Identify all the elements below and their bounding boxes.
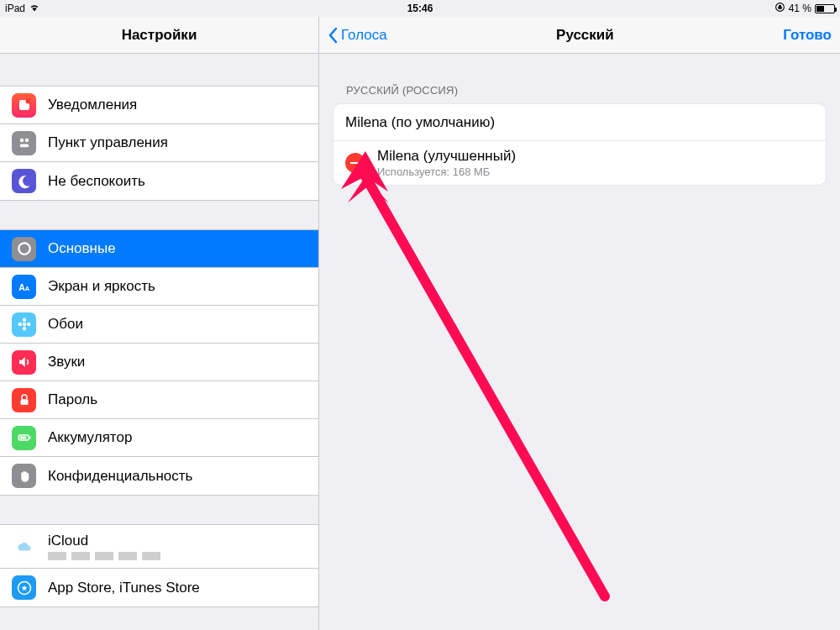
voice-name: Milena (улучшенный) <box>377 148 516 165</box>
sidebar-item-label: Пункт управления <box>48 134 168 151</box>
section-header: РУССКИЙ (РОССИЯ) <box>319 54 840 103</box>
sidebar-item-notifications[interactable]: Уведомления <box>0 87 318 124</box>
battery-percent: 41 % <box>789 3 811 14</box>
chevron-left-icon <box>328 27 338 44</box>
svg-point-7 <box>22 247 26 251</box>
sidebar-item-dnd[interactable]: Не беспокоить <box>0 162 318 200</box>
sidebar-group-1: Уведомления Пункт управления Не беспокои… <box>0 86 318 201</box>
back-button[interactable]: Голоса <box>328 27 387 44</box>
notifications-icon <box>12 93 36 118</box>
sidebar-item-label: Аккумулятор <box>48 429 132 446</box>
icloud-account-redacted <box>48 552 165 560</box>
lock-icon <box>12 388 36 412</box>
sidebar-item-label: Конфиденциальность <box>48 468 192 485</box>
svg-point-14 <box>27 323 31 327</box>
back-label: Голоса <box>341 27 387 44</box>
settings-sidebar: Настройки Уведомления Пункт управления Н… <box>0 17 319 630</box>
sidebar-item-label: Звуки <box>48 354 85 370</box>
svg-point-10 <box>22 323 26 327</box>
svg-point-3 <box>19 139 24 143</box>
control-center-icon <box>12 131 36 155</box>
minus-icon <box>350 162 360 164</box>
sidebar-item-display[interactable]: AA Экран и яркость <box>0 268 318 306</box>
svg-rect-17 <box>29 437 31 439</box>
sidebar-item-label: Не беспокоить <box>48 173 145 190</box>
sidebar-group-3: iCloud App Store, iTunes Store <box>0 524 318 607</box>
sidebar-item-battery[interactable]: Аккумулятор <box>0 419 318 457</box>
svg-point-11 <box>22 318 26 323</box>
gear-icon <box>12 237 36 261</box>
voice-row-default[interactable]: Milena (по умолчанию) <box>333 104 826 141</box>
svg-rect-18 <box>19 437 26 439</box>
page-title: Русский <box>556 27 614 44</box>
cloud-icon <box>12 534 36 559</box>
speaker-icon <box>12 350 36 375</box>
voice-row-enhanced[interactable]: Milena (улучшенный) Используется: 168 МБ <box>333 141 826 185</box>
moon-icon <box>12 169 36 193</box>
sidebar-item-label: Уведомления <box>48 97 137 113</box>
sidebar-item-label: iCloud <box>48 533 165 549</box>
sidebar-item-label: Основные <box>48 240 116 257</box>
voice-list: Milena (по умолчанию) Milena (улучшенный… <box>333 103 827 186</box>
svg-point-2 <box>25 99 30 104</box>
sidebar-item-label: App Store, iTunes Store <box>48 580 200 596</box>
battery-settings-icon <box>12 426 36 450</box>
voice-size: Используется: 168 МБ <box>377 165 516 178</box>
sidebar-item-sounds[interactable]: Звуки <box>0 344 318 381</box>
sidebar-group-2: Основные AA Экран и яркость Обои Звуки П… <box>0 229 318 496</box>
svg-text:A: A <box>24 285 29 292</box>
svg-point-13 <box>18 323 22 327</box>
rotation-lock-icon <box>774 2 785 15</box>
text-size-icon: AA <box>12 275 36 299</box>
detail-header: Голоса Русский Готово <box>319 17 840 54</box>
sidebar-item-icloud[interactable]: iCloud <box>0 525 318 569</box>
flower-icon <box>12 312 36 337</box>
device-name: iPad <box>5 3 25 14</box>
detail-pane: Голоса Русский Готово РУССКИЙ (РОССИЯ) M… <box>319 17 840 630</box>
svg-point-4 <box>24 139 29 143</box>
wifi-icon <box>29 3 40 14</box>
svg-point-12 <box>22 327 26 331</box>
sidebar-title: Настройки <box>0 17 318 54</box>
sidebar-item-privacy[interactable]: Конфиденциальность <box>0 457 318 495</box>
delete-button[interactable] <box>345 153 365 173</box>
svg-rect-5 <box>19 144 29 148</box>
sidebar-item-control-center[interactable]: Пункт управления <box>0 124 318 162</box>
sidebar-item-label: Экран и яркость <box>48 278 155 295</box>
done-button[interactable]: Готово <box>783 27 832 44</box>
voice-name: Milena (по умолчанию) <box>345 114 495 131</box>
sidebar-item-label: Обои <box>48 316 83 333</box>
status-bar: iPad 15:46 41 % <box>0 0 840 17</box>
hand-icon <box>12 464 36 488</box>
sidebar-item-passcode[interactable]: Пароль <box>0 381 318 419</box>
sidebar-item-label: Пароль <box>48 391 97 408</box>
svg-rect-15 <box>20 399 28 405</box>
sidebar-item-general[interactable]: Основные <box>0 230 318 268</box>
sidebar-item-appstore[interactable]: App Store, iTunes Store <box>0 569 318 606</box>
battery-icon <box>815 4 835 13</box>
appstore-icon <box>12 575 36 600</box>
sidebar-item-wallpaper[interactable]: Обои <box>0 306 318 344</box>
clock: 15:46 <box>407 3 433 14</box>
